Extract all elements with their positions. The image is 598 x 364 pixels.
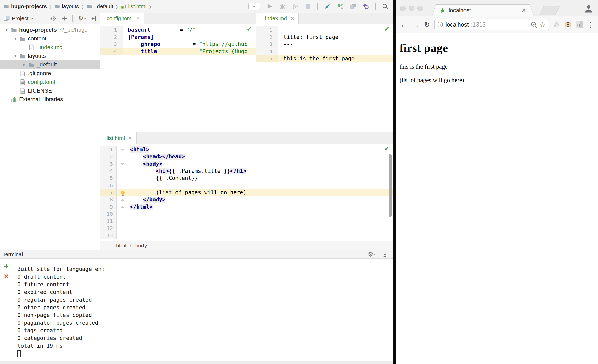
close-session-icon[interactable]: ✕ [3,274,9,280]
tab-list-html[interactable]: list.html ✕ [100,132,137,144]
tree-item-license[interactable]: LICENSE [0,86,100,95]
close-window-button[interactable] [400,6,406,11]
fold-marker-icon[interactable] [121,199,124,201]
close-icon[interactable]: ✕ [128,135,132,141]
search-icon[interactable] [382,3,389,10]
hide-left-icon[interactable] [91,16,97,21]
run-config-icon[interactable]: ▼ [248,3,260,10]
gear-arrow-icon[interactable]: ⚙ [78,15,86,22]
vcs-commit-icon[interactable] [337,3,344,10]
terminal-line: 0 expired content [17,288,393,296]
code-line-6: 6 [100,182,393,189]
index-md-code[interactable]: 1---2title: first page3---45this is the … [256,24,393,132]
lightbulb-icon[interactable] [121,191,125,195]
target-icon[interactable] [50,16,56,21]
project-panel-title[interactable]: Project ▼ [4,15,34,21]
coverage-icon[interactable] [292,3,298,10]
browser-page: first page this is the first page (list … [396,33,598,364]
tree-item-content[interactable]: ▼content [0,34,100,43]
fold-marker-icon[interactable] [121,149,124,151]
line-number: 1 [100,146,117,153]
terminal-line: 0 non-page files copied [17,311,393,319]
minimize-window-button[interactable] [409,6,414,11]
line-number: 2 [256,33,278,41]
config-toml-code[interactable]: 1baseurl = "/"2[Params]3 ghrepo = "https… [100,24,256,132]
forward-button[interactable]: → [412,20,420,29]
outlet-extension-icon[interactable] [564,21,571,28]
config-toml-tabbar: config.toml ✕ [100,13,256,24]
chevron-down-icon[interactable]: ▼ [12,37,19,41]
breadcrumb-body[interactable]: body [135,243,147,249]
tree-item--index-md[interactable]: _index.md [0,43,100,52]
breadcrumb[interactable]: hugo-projects›layouts›_default›Hlist.htm… [4,3,152,10]
breadcrumb-item[interactable]: layouts [54,3,79,9]
terminal-title[interactable]: Terminal [3,251,23,257]
tree-item-config-toml[interactable]: config.toml [0,78,100,86]
chevron-down-icon[interactable]: ▼ [3,28,10,32]
chevron-right-icon[interactable]: ▶ [20,63,28,67]
line-number: 4 [100,167,117,175]
rollback-icon[interactable] [362,3,369,10]
zoom-window-button[interactable] [417,6,423,11]
terminal-output[interactable]: Built site for language en:0 draft conte… [13,259,393,361]
folder-icon [19,53,26,59]
stop-icon[interactable] [305,3,311,10]
browser-tab[interactable]: ★ localhost ✕ [432,4,534,16]
line-number: 7 [100,189,117,196]
address-bar[interactable]: ⓘ localhost :1313 ☆ [434,19,549,30]
bookmark-star-icon[interactable]: ☆ [540,21,546,29]
intention-bulb-icon[interactable] [117,189,128,196]
folder-icon [54,4,60,9]
reload-button[interactable]: ↻ [424,21,430,29]
tree-item--gitignore[interactable]: .gitignore [0,69,100,78]
tab-config-toml[interactable]: config.toml ✕ [100,13,144,24]
breadcrumb-html[interactable]: html [116,243,126,249]
tree-item-label: LICENSE [28,87,52,94]
tab-index-md[interactable]: _index.md ✕ [256,13,299,24]
new-tab-button[interactable] [539,6,560,15]
project-panel-header-icons: ⚙ [50,15,97,22]
code-text: baseurl = "/" [123,26,256,33]
zoom-out-icon[interactable] [530,21,537,28]
vcs-update-icon[interactable] [324,3,331,10]
tree-item-external-libraries[interactable]: External Libraries [0,95,100,104]
fold-down-icon [117,146,128,153]
close-tab-icon[interactable]: ✕ [522,7,526,14]
tree-item--default[interactable]: ▶_default [0,60,100,69]
project-view-icon [4,15,10,21]
close-icon[interactable]: ✕ [290,16,294,21]
breadcrumb-item[interactable]: hugo-projects [4,3,47,9]
screen: hugo-projects›layouts›_default›Hlist.htm… [0,0,598,364]
hide-down-icon[interactable] [382,252,388,257]
chevron-down-icon[interactable]: ▼ [12,54,19,58]
tree-item-hugo-projects[interactable]: ▼hugo-projects~/_pb/hugo- [0,26,100,34]
close-icon[interactable]: ✕ [136,16,140,21]
line-number: 1 [100,26,123,33]
list-html-code[interactable]: 1<html>2 <head></head>3 <body>4 <h1>{{ .… [100,144,393,241]
browser-toolbar: ← → ↻ ⓘ localhost :1313 ☆ g ⋮ [396,16,598,33]
drive-extension-icon[interactable] [553,21,560,28]
compare-icon[interactable] [350,3,356,10]
fold-up-icon [117,203,128,210]
tree-item-layouts[interactable]: ▼layouts [0,52,100,60]
browser-menu-icon[interactable]: ⋮ [587,21,594,29]
gear-arrow-icon[interactable]: ⚙ [368,251,376,258]
svg-text:H: H [122,6,123,9]
page-info-icon[interactable]: ⓘ [438,21,443,29]
bug-icon[interactable] [279,3,286,10]
new-session-icon[interactable]: + [4,263,9,269]
folder-icon [10,27,17,33]
tree-item-label: _index.md [37,44,63,51]
editor-scrollbar[interactable] [389,154,392,217]
breadcrumb-item[interactable]: _default [87,3,113,9]
line-number: 4 [256,48,278,55]
profile-avatar-icon[interactable] [584,4,593,14]
play-icon[interactable] [266,3,273,10]
fold-marker-icon[interactable] [121,163,124,165]
terminal-cursor [17,350,21,357]
breadcrumb-item[interactable]: Hlist.html [121,3,146,9]
back-button[interactable]: ← [400,20,408,29]
collapse-icon[interactable] [61,16,67,21]
google-extension-icon[interactable]: g [576,21,583,28]
fold-marker-icon[interactable] [121,206,124,208]
